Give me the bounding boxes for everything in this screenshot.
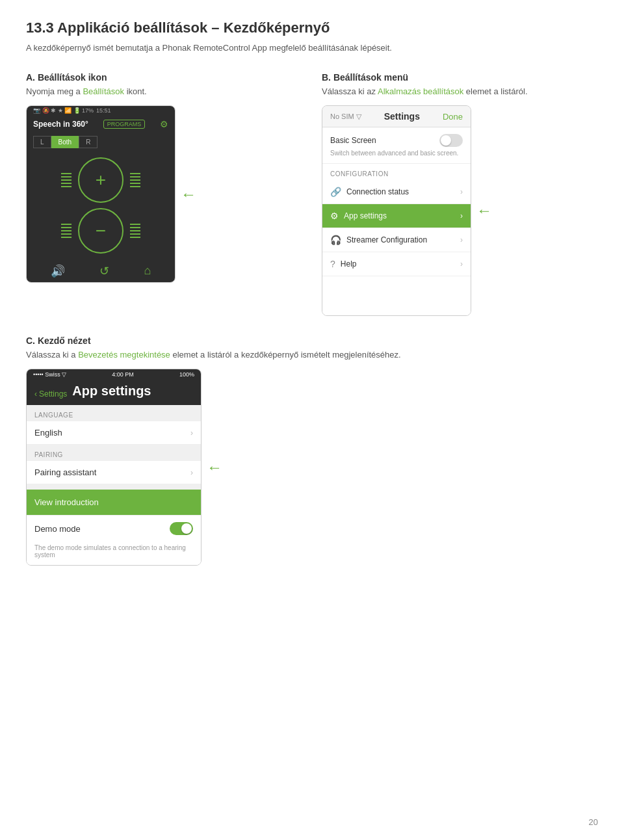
page-title: 13.3 Applikáció beállítások – Kezdőképer… xyxy=(26,20,598,36)
section-a-desc-suffix: ikont. xyxy=(124,86,147,96)
phone-a-top-row: + xyxy=(61,157,140,203)
right-slider xyxy=(130,170,140,190)
tab-both[interactable]: Both xyxy=(51,136,79,148)
phone-a-status-icons: 📷 🔕 ✱ ★ 📶 🔋 17% xyxy=(33,107,94,114)
basic-screen-row: Basic Screen xyxy=(330,134,463,147)
phone-b-status: No SIM ▽ xyxy=(330,112,361,121)
section-b-label: B. Beállítások menü xyxy=(322,72,598,83)
phone-c-status-bar: ••••• Swiss ▽ 4:00 PM 100% xyxy=(27,369,201,380)
chevron-right-icon: › xyxy=(460,187,463,196)
streamer-icon: 🎧 xyxy=(330,235,341,245)
section-c-desc-suffix: elemet a listáról a kezdőképernyő isméte… xyxy=(170,350,401,360)
home-icon[interactable]: ⌂ xyxy=(144,264,151,278)
section-c-label: C. Kezdő nézet xyxy=(26,335,598,346)
volume-icon[interactable]: 🔊 xyxy=(51,264,65,278)
help-left: ? Help xyxy=(330,259,356,269)
section-b-desc-prefix: Válassza ki az xyxy=(322,86,378,96)
demo-mode-item[interactable]: Demo mode xyxy=(27,515,201,542)
phone-b-header: No SIM ▽ Settings Done xyxy=(322,106,471,127)
chevron-left-icon: ‹ xyxy=(34,389,37,399)
section-c-desc-prefix: Válassza ki a xyxy=(26,350,78,360)
refresh-icon[interactable]: ↺ xyxy=(99,264,109,278)
section-a-desc-prefix: Nyomja meg a xyxy=(26,86,83,96)
gear-icon[interactable]: ⚙ xyxy=(160,119,168,129)
app-settings-item[interactable]: ⚙ App settings › xyxy=(322,204,471,228)
help-label: Help xyxy=(341,259,357,269)
basic-screen-desc: Switch between advanced and basic screen… xyxy=(330,150,463,157)
phone-b-mockup: No SIM ▽ Settings Done Basic Screen Swit… xyxy=(322,105,471,316)
right-slider-2 xyxy=(130,221,140,241)
page-subtitle: A kezdőképernyő ismét bemutatja a Phonak… xyxy=(26,43,598,53)
gear-icon-settings: ⚙ xyxy=(330,211,339,221)
left-slider-2 xyxy=(61,221,72,241)
help-icon: ? xyxy=(330,259,335,269)
chevron-right-icon-4: › xyxy=(460,259,463,269)
phone-c-title: App settings xyxy=(72,384,151,399)
chevron-right-pairing: › xyxy=(190,468,193,477)
view-introduction-item[interactable]: View introduction xyxy=(27,490,201,515)
language-section-header: LANGUAGE xyxy=(27,405,201,421)
phone-c-status-left: ••••• Swiss ▽ xyxy=(33,371,66,378)
back-label: Settings xyxy=(39,389,67,399)
phone-a-wrapper: 📷 🔕 ✱ ★ 📶 🔋 17% 15:51 Speech in 360° PRO… xyxy=(26,105,302,283)
app-settings-left: ⚙ App settings xyxy=(330,211,387,221)
arrow-left-a: ← xyxy=(181,185,196,203)
back-button[interactable]: ‹ Settings xyxy=(34,389,67,399)
section-b-desc: Válassza ki az Alkalmazás beállítások el… xyxy=(322,86,598,96)
phone-c-header: ‹ Settings App settings xyxy=(27,380,201,405)
programs-button[interactable]: PROGRAMS xyxy=(103,120,146,129)
phone-b-empty xyxy=(322,276,471,315)
phone-a-title: Speech in 360° xyxy=(33,120,88,129)
two-column-layout: A. Beállítások ikon Nyomja meg a Beállít… xyxy=(26,72,598,316)
tab-r[interactable]: R xyxy=(79,136,98,148)
phone-a-body: + − xyxy=(27,151,175,260)
done-button[interactable]: Done xyxy=(443,112,463,122)
streamer-label: Streamer Configuration xyxy=(346,235,427,244)
volume-down-button[interactable]: − xyxy=(78,208,124,254)
streamer-left: 🎧 Streamer Configuration xyxy=(330,235,427,245)
pairing-item[interactable]: Pairing assistant › xyxy=(27,461,201,484)
section-a-label: A. Beállítások ikon xyxy=(26,72,302,83)
demo-mode-desc: The demo mode simulates a connection to … xyxy=(27,542,201,565)
plus-icon: + xyxy=(96,171,106,189)
phone-a-mockup: 📷 🔕 ✱ ★ 📶 🔋 17% 15:51 Speech in 360° PRO… xyxy=(26,105,176,283)
phone-b-wrapper: No SIM ▽ Settings Done Basic Screen Swit… xyxy=(322,105,598,316)
volume-up-button[interactable]: + xyxy=(78,157,124,203)
arrow-left-c: ← xyxy=(207,458,222,477)
demo-mode-toggle[interactable] xyxy=(170,522,193,535)
minus-icon: − xyxy=(96,222,106,240)
link-icon: 🔗 xyxy=(330,187,341,197)
phone-c-mockup: ••••• Swiss ▽ 4:00 PM 100% ‹ Settings Ap… xyxy=(26,369,202,566)
pairing-label: Pairing assistant xyxy=(34,467,96,477)
basic-screen-label: Basic Screen xyxy=(330,136,376,145)
language-item[interactable]: English › xyxy=(27,421,201,445)
phone-a-time: 15:51 xyxy=(96,107,111,114)
phone-a-header: Speech in 360° PROGRAMS ⚙ xyxy=(27,115,175,133)
phone-a-footer: 🔊 ↺ ⌂ xyxy=(27,260,175,282)
phone-c-battery: 100% xyxy=(179,371,194,378)
arrow-left-b: ← xyxy=(476,202,492,220)
streamer-item[interactable]: 🎧 Streamer Configuration › xyxy=(322,228,471,252)
phone-c-time: 4:00 PM xyxy=(112,371,134,378)
demo-mode-label: Demo mode xyxy=(34,524,81,534)
connection-status-item[interactable]: 🔗 Connection status › xyxy=(322,180,471,204)
phone-a-status-bar: 📷 🔕 ✱ ★ 📶 🔋 17% 15:51 xyxy=(27,106,175,115)
section-b-desc-suffix: elemet a listáról. xyxy=(463,86,527,96)
pairing-section-header: PAIRING xyxy=(27,445,201,461)
phone-a-bottom-row: − xyxy=(61,208,140,254)
connection-status-label: Connection status xyxy=(346,187,409,196)
tab-l[interactable]: L xyxy=(33,136,51,148)
section-a-desc: Nyomja meg a Beállítások ikont. xyxy=(26,86,302,96)
help-item[interactable]: ? Help › xyxy=(322,252,471,276)
section-c-desc-link: Bevezetés megtekintése xyxy=(78,350,170,360)
page-number: 20 xyxy=(589,817,598,827)
config-section-header: CONFIGURATION xyxy=(322,164,471,180)
chevron-right-language: › xyxy=(190,428,193,438)
chevron-right-icon-2: › xyxy=(460,211,463,220)
phone-c-wrapper: ••••• Swiss ▽ 4:00 PM 100% ‹ Settings Ap… xyxy=(26,369,598,566)
phone-a-tabs: L Both R xyxy=(27,133,175,151)
section-c-desc: Válassza ki a Bevezetés megtekintése ele… xyxy=(26,350,598,360)
phone-b-title: Settings xyxy=(384,111,420,122)
basic-screen-toggle[interactable] xyxy=(439,134,463,147)
section-c: C. Kezdő nézet Válassza ki a Bevezetés m… xyxy=(26,335,598,566)
